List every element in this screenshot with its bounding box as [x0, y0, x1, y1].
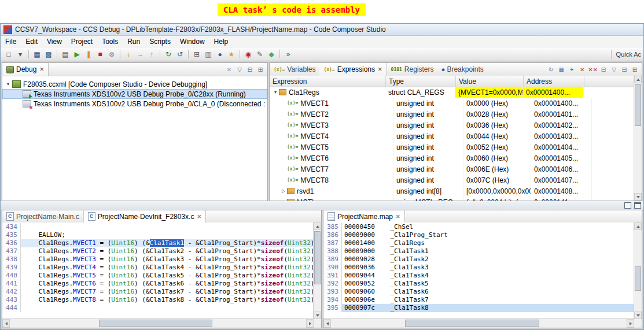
scroll-thumb[interactable] [405, 320, 539, 327]
restart-button[interactable]: ↻ [163, 49, 174, 59]
expander-icon[interactable]: ▷ [280, 188, 287, 194]
line-number[interactable]: 386 [323, 231, 342, 239]
line-number[interactable]: 440 [2, 272, 21, 280]
expression-row[interactable]: (x)=MVECT1unsigned int0x0000 (Hex)0x0000… [270, 98, 634, 109]
minimize-icon[interactable]: ⊟ [620, 65, 629, 74]
code-line[interactable]: 437 Cla1Regs.MVECT2 = (Uint16) (&Cla1Tas… [2, 247, 314, 255]
code-line[interactable]: 443 Cla1Regs.MVECT8 = (Uint16) (&Cla1Tas… [2, 296, 314, 304]
expression-name-cell[interactable]: (x)=MVECT5 [270, 142, 393, 153]
close-icon[interactable] [39, 66, 44, 72]
refresh-button[interactable]: ↺ [175, 49, 185, 59]
expression-name-cell[interactable]: (x)=MVECT3 [270, 120, 393, 131]
column-header-type[interactable]: Type [386, 76, 456, 87]
expression-row[interactable]: ▷rsvd1unsigned int[8][0x0000,0x0000,0x00… [270, 186, 634, 196]
map-line[interactable]: 38800009000 _Cla1Task1 [323, 247, 634, 255]
scroll-up-icon[interactable] [634, 223, 642, 230]
edit-button[interactable]: ✎ [255, 49, 265, 59]
menu-scripts[interactable]: Scripts [145, 36, 175, 47]
tab-projectname-devinit-f2803x-c[interactable]: ProjectName-DevInit_F2803x.c [84, 210, 206, 223]
scroll-left-icon[interactable] [323, 319, 331, 328]
editor-horizontal-scrollbar[interactable] [2, 318, 314, 328]
editor-vertical-scrollbar[interactable] [313, 223, 321, 319]
line-number[interactable]: 388 [323, 247, 342, 255]
close-icon[interactable] [378, 66, 382, 72]
expression-name-cell[interactable]: (x)=MVECT8 [270, 175, 393, 186]
line-number[interactable]: 436 [2, 239, 21, 247]
map-line[interactable]: 39000009036 _Cla1Task3 [323, 264, 634, 272]
map-line[interactable]: 38600009000 _Cla1Prog_Start [323, 231, 634, 239]
line-number[interactable]: 434 [2, 223, 21, 231]
expander-icon[interactable]: ▾ [272, 90, 279, 95]
tab-breakpoints[interactable]: ●Breakpoints [438, 63, 488, 76]
map-vertical-scrollbar[interactable] [634, 223, 642, 319]
expression-name-cell[interactable]: ▾Cla1Regs [270, 87, 385, 98]
expression-row[interactable]: (x)=MVECT3unsigned int0x0036 (Hex)0x0000… [270, 120, 634, 131]
line-number[interactable]: 390 [323, 264, 342, 272]
remove-all-icon[interactable]: ✕✕ [588, 65, 598, 74]
code-editor[interactable]: 434435 EALLOW;436 Cla1Regs.MVECT1 = (Uin… [2, 223, 314, 319]
scroll-thumb[interactable] [99, 320, 213, 327]
map-line[interactable]: 38900009028 _Cla1Task2 [323, 255, 634, 264]
scroll-thumb[interactable] [635, 266, 641, 291]
map-line[interactable]: 39300009060 _Cla1Task6 [323, 288, 634, 296]
save-button[interactable]: ▦ [32, 49, 42, 59]
map-line[interactable]: 39200009052 _Cla1Task5 [323, 280, 634, 288]
scroll-track[interactable] [331, 319, 627, 328]
debug-tree-item[interactable]: ▾F28035.ccxml [Code Composer Studio - De… [2, 79, 267, 89]
close-icon[interactable] [396, 214, 400, 220]
step-into-button[interactable]: ↓ [123, 49, 134, 59]
scroll-track[interactable] [10, 319, 306, 328]
map-horizontal-scrollbar[interactable] [323, 318, 634, 328]
expression-name-cell[interactable]: (x)=MVECT4 [270, 131, 393, 142]
menu-view[interactable]: View [42, 36, 67, 47]
step-return-button[interactable]: ↑ [146, 49, 157, 59]
line-number[interactable]: 392 [323, 280, 342, 288]
expression-row[interactable]: (x)=MVECT4unsigned int0x0044 (Hex)0x0000… [270, 131, 634, 142]
line-number[interactable]: 438 [2, 255, 21, 264]
tab-registers[interactable]: 0101Registers [387, 63, 438, 76]
save-all-button[interactable]: ▩ [43, 49, 54, 59]
overflow-icon[interactable]: » [283, 49, 293, 59]
menu-edit[interactable]: Edit [21, 36, 42, 47]
expression-row[interactable]: (x)=MVECT5unsigned int0x0052 (Hex)0x0000… [270, 142, 634, 153]
menu-window[interactable]: Window [175, 36, 209, 47]
expression-row[interactable]: ▷MCTLunion MCTL_REG{all=0x0004,bit={...0… [270, 196, 634, 201]
code-line[interactable]: 436 Cla1Regs.MVECT1 = (Uint16) (&Cla1Tas… [2, 239, 314, 247]
expressions-vertical-scrollbar[interactable] [634, 76, 642, 201]
menu-project[interactable]: Project [67, 36, 97, 47]
tab-projectname-map[interactable]: ProjectName.map [323, 210, 405, 223]
expression-row[interactable]: ▾Cla1Regsstruct CLA_REGS{MVECT1=0x0000,M… [270, 87, 634, 98]
tab-variables[interactable]: (x)=Variables [270, 63, 319, 76]
refresh-icon[interactable]: ↻ [546, 65, 555, 74]
debug-tree-item[interactable]: Texas Instruments XDS100v2 USB Debug Pro… [2, 99, 267, 109]
line-number[interactable]: 395 [323, 304, 342, 312]
column-header-value[interactable]: Value [456, 76, 524, 87]
console-button[interactable]: ▤ [60, 49, 71, 59]
menu-run[interactable]: Run [123, 36, 145, 47]
expression-row[interactable]: (x)=MVECT2unsigned int0x0028 (Hex)0x0000… [270, 109, 634, 120]
menu-tools[interactable]: Tools [97, 36, 123, 47]
tab-projectname-main-c[interactable]: ProjectName-Main.c [2, 210, 84, 223]
map-line[interactable]: 39100009044 _Cla1Task4 [323, 272, 634, 280]
code-line[interactable]: 441 Cla1Regs.MVECT6 = (Uint16) (&Cla1Tas… [2, 280, 314, 288]
new-dropdown-icon[interactable]: ▾ [15, 49, 25, 59]
code-line[interactable]: 442 Cla1Regs.MVECT7 = (Uint16) (&Cla1Tas… [2, 288, 314, 296]
scroll-track[interactable] [634, 230, 642, 312]
show-columns-icon[interactable]: ▦ [557, 65, 566, 74]
quick-access-button[interactable]: Quick Ac [611, 50, 641, 59]
target-config-button[interactable]: ◆ [266, 49, 277, 59]
maximize-icon[interactable]: ⊞ [630, 65, 639, 74]
column-header-expression[interactable]: Expression [270, 76, 386, 87]
memory-browser-button[interactable]: ⊞ [192, 49, 202, 59]
expander-icon[interactable]: ▷ [280, 199, 287, 201]
scroll-left-icon[interactable] [2, 319, 10, 328]
scroll-track[interactable] [634, 83, 642, 193]
remove-terminated-icon[interactable]: ✕ [225, 65, 234, 74]
expression-name-cell[interactable]: (x)=MVECT7 [270, 164, 393, 175]
expander-icon[interactable]: ▾ [5, 81, 12, 87]
remove-expression-icon[interactable]: ✕ [577, 65, 587, 74]
maximize-icon[interactable] [634, 202, 641, 209]
expression-name-cell[interactable]: (x)=MVECT2 [270, 109, 393, 120]
step-over-button[interactable]: → [135, 49, 145, 59]
column-header-address[interactable]: Address [524, 76, 584, 87]
